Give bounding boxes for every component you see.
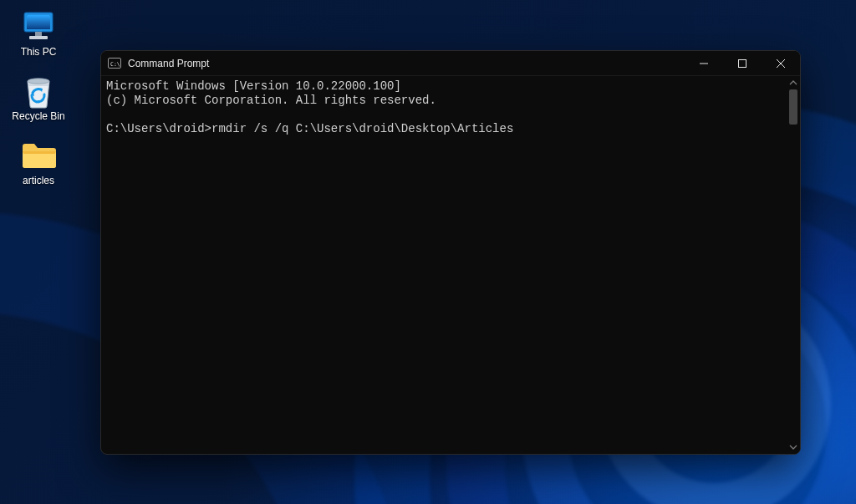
desktop-icon-this-pc[interactable]: This PC	[8, 8, 69, 58]
desktop-icon-label: Recycle Bin	[12, 110, 64, 122]
desktop-icon-label: articles	[23, 175, 54, 186]
close-button[interactable]	[762, 51, 800, 75]
scroll-up-button[interactable]	[787, 76, 800, 89]
window-controls	[685, 51, 800, 75]
svg-rect-4	[29, 36, 48, 39]
desktop-icons: This PC Recycle Bin	[8, 8, 69, 186]
close-icon	[777, 59, 785, 68]
maximize-icon	[738, 59, 746, 68]
scroll-thumb[interactable]	[789, 89, 797, 125]
svg-rect-9	[739, 59, 746, 67]
terminal[interactable]: Microsoft Windows [Version 10.0.22000.10…	[101, 76, 787, 454]
svg-point-5	[28, 79, 49, 84]
this-pc-icon	[20, 8, 57, 45]
scrollbar[interactable]	[787, 76, 800, 454]
maximize-button[interactable]	[723, 51, 762, 75]
svg-rect-3	[35, 32, 42, 36]
scroll-down-button[interactable]	[787, 440, 800, 454]
svg-rect-2	[27, 15, 50, 29]
terminal-command: rmdir /s /q C:\Users\droid\Desktop\Artic…	[211, 122, 513, 135]
window-title: Command Prompt	[128, 58, 685, 69]
terminal-line: (c) Microsoft Corporation. All rights re…	[106, 94, 436, 107]
terminal-prompt: C:\Users\droid>	[106, 122, 211, 135]
titlebar[interactable]: C:\ Command Prompt	[101, 51, 800, 76]
minimize-button[interactable]	[685, 51, 723, 75]
chevron-down-icon	[789, 443, 797, 451]
terminal-wrap: Microsoft Windows [Version 10.0.22000.10…	[101, 76, 800, 454]
desktop-icon-articles-folder[interactable]: articles	[8, 137, 69, 186]
chevron-up-icon	[789, 79, 797, 87]
folder-icon	[20, 137, 57, 174]
minimize-icon	[700, 59, 708, 68]
desktop-icon-recycle-bin[interactable]: Recycle Bin	[8, 73, 69, 122]
recycle-bin-icon	[20, 73, 57, 109]
terminal-line: Microsoft Windows [Version 10.0.22000.10…	[106, 79, 401, 93]
desktop-icon-label: This PC	[21, 46, 57, 58]
command-prompt-window: C:\ Command Prompt Microsoft Windows [Ve…	[100, 50, 801, 455]
cmd-icon: C:\	[108, 57, 121, 70]
svg-text:C:\: C:\	[110, 60, 120, 67]
